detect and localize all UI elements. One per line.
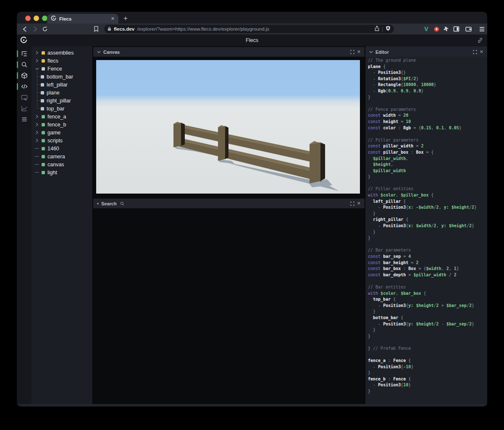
bookmarks-icon[interactable] (92, 25, 100, 33)
chevron-right-icon[interactable] (35, 115, 39, 118)
share-icon[interactable] (375, 25, 379, 33)
menu-icon[interactable] (478, 25, 486, 33)
sidebar-toggle-icon[interactable] (452, 25, 460, 33)
entity-square-icon (42, 131, 45, 134)
tree-item-label: bottom_bar (47, 74, 73, 80)
tree-item-canvas[interactable]: canvas (32, 160, 92, 168)
code-line: const bar_depth = $pillar_width / 2 (368, 272, 486, 278)
tree-item-label: game (47, 130, 60, 136)
fullscreen-icon[interactable] (350, 50, 354, 54)
extensions-puzzle-icon[interactable] (442, 25, 450, 33)
entity-square-icon (42, 51, 45, 55)
editor-panel-icon[interactable] (17, 81, 32, 92)
tree-item-top_bar[interactable]: top_bar (32, 105, 92, 113)
code-line: } (368, 309, 486, 315)
url-path: /explorer/?wasm=https://www.flecs.dev/ex… (137, 26, 372, 31)
data-panel-icon[interactable] (17, 114, 32, 125)
entity-square-icon (42, 59, 45, 63)
entity-square-icon (41, 91, 44, 94)
chevron-down-icon[interactable] (97, 51, 101, 53)
tree-item-fence_a[interactable]: fence_a (32, 113, 92, 121)
back-button[interactable] (21, 25, 29, 33)
tree-panel-icon[interactable] (17, 48, 32, 59)
tab-close-icon[interactable]: ✕ (111, 16, 115, 21)
tree-item-right_pillar[interactable]: right_pillar (32, 97, 92, 105)
editor-panel-header[interactable]: Editor ✕ (365, 47, 487, 57)
close-icon[interactable]: ✕ (357, 201, 361, 206)
chevron-down-icon[interactable] (35, 68, 39, 70)
code-line: const bar_height = 2 (368, 260, 486, 266)
tree-item-1460[interactable]: 1460 (32, 144, 92, 152)
search-panel-icon[interactable] (17, 59, 32, 70)
red-hexagon-extension-icon[interactable] (433, 25, 440, 33)
vue-devtools-extension-icon[interactable]: V (423, 25, 430, 33)
tree-item-plane[interactable]: plane (32, 89, 92, 97)
flecs-favicon-icon (51, 15, 56, 23)
code-line: const pillar_box : Box = { (368, 149, 486, 156)
tree-item-flecs[interactable]: flecs (32, 57, 92, 65)
close-icon[interactable]: ✕ (357, 50, 361, 54)
chevron-right-icon[interactable] (35, 131, 39, 134)
tree-item-left_pillar[interactable]: left_pillar (32, 81, 92, 89)
code-line (368, 339, 486, 346)
editor-panel-title: Editor (375, 50, 389, 55)
close-icon[interactable]: ✕ (480, 50, 483, 54)
tree-item-label: right_pillar (47, 98, 71, 104)
tree-item-game[interactable]: game (32, 128, 92, 136)
chevron-down-icon[interactable] (369, 51, 373, 53)
search-panel-header[interactable]: Search ✕ (93, 199, 365, 208)
entity-square-icon (42, 155, 45, 158)
code-line: } (368, 370, 486, 376)
reload-button[interactable] (41, 25, 49, 33)
leaf-dash (35, 148, 39, 149)
fullscreen-icon[interactable] (473, 50, 477, 54)
tree-item-camera[interactable]: camera (32, 152, 92, 160)
fullscreen-icon[interactable] (350, 202, 354, 206)
tree-item-fence_b[interactable]: fence_b (32, 121, 92, 128)
forward-button[interactable] (31, 25, 39, 33)
traffic-light-close-button[interactable] (25, 16, 31, 21)
chevron-right-icon[interactable] (35, 139, 39, 142)
wallet-icon[interactable] (465, 25, 472, 33)
tree-item-light[interactable]: light (32, 168, 92, 176)
leaf-dash (35, 172, 39, 173)
middle-pillar (218, 125, 228, 161)
chevron-right-icon[interactable] (35, 51, 39, 55)
code-line: const color : Rgb = {0.15, 0.1, 0.05} (368, 125, 486, 131)
code-line: top_bar { (368, 296, 486, 303)
new-tab-button[interactable]: + (123, 14, 128, 23)
entity-square-icon (42, 171, 45, 174)
editor-column: Editor ✕ // The ground planeplane { - Po… (365, 46, 487, 406)
code-line: // Fence parameters (368, 107, 486, 113)
stats-panel-icon[interactable] (17, 103, 32, 114)
code-line: $pillar_width (368, 168, 486, 174)
browser-tab[interactable]: Flecs ✕ (47, 14, 118, 24)
left-pillar (173, 122, 185, 147)
tree-item-label: flecs (47, 58, 58, 64)
3d-viewport[interactable] (96, 60, 360, 194)
tree-item-Fence[interactable]: Fence (32, 65, 92, 73)
tree-item-assemblies[interactable]: assemblies (32, 49, 92, 57)
traffic-light-minimize-button[interactable] (34, 16, 39, 21)
url-bar[interactable]: flecs.dev/explorer/?wasm=https://www.fle… (104, 25, 394, 33)
share-link-icon[interactable] (477, 37, 483, 45)
inspector-panel-icon[interactable] (17, 92, 32, 103)
tree-item-label: Fence (47, 66, 62, 72)
tree-item-label: light (47, 170, 57, 176)
canvas-panel-title: Canvas (103, 50, 120, 55)
canvas-panel-icon[interactable] (17, 70, 32, 81)
code-editor[interactable]: // The ground planeplane { - Position3{}… (368, 58, 486, 406)
search-panel-title: Search (101, 201, 117, 206)
tree-item-scripts[interactable]: scripts (32, 136, 92, 144)
chevron-right-icon[interactable] (35, 123, 39, 126)
tree-item-bottom_bar[interactable]: bottom_bar (32, 73, 92, 81)
canvas-panel-header[interactable]: Canvas ✕ (93, 47, 365, 57)
tab-strip: Flecs ✕ + (17, 12, 487, 24)
code-line: // Pillar entities (368, 186, 486, 192)
code-line: - Position3{} (368, 70, 486, 76)
chevron-right-icon[interactable] (35, 59, 39, 63)
code-line: fence_b : Fence { (368, 376, 486, 383)
brave-shield-icon[interactable] (386, 25, 391, 33)
url-divider: | (382, 26, 383, 32)
active-indicator (17, 72, 18, 79)
